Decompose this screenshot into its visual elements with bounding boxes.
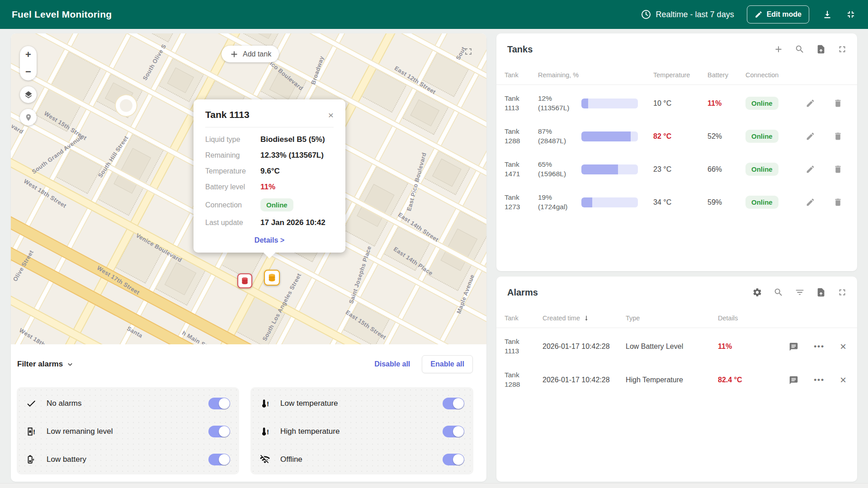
enable-all-button[interactable]: Enable all bbox=[422, 355, 473, 373]
gear-icon[interactable] bbox=[752, 287, 762, 297]
low-battery-toggle[interactable] bbox=[208, 454, 230, 465]
delete-row-icon[interactable] bbox=[833, 99, 843, 108]
alarm-details: 82.4 °C bbox=[718, 376, 768, 384]
tank-temperature: 23 °C bbox=[653, 165, 708, 174]
filter-icon[interactable] bbox=[795, 287, 805, 297]
edit-row-icon[interactable] bbox=[806, 131, 815, 141]
col-created-time[interactable]: Created time bbox=[542, 314, 626, 322]
delete-row-icon[interactable] bbox=[833, 197, 843, 207]
popup-title: Tank 1113 bbox=[205, 109, 328, 120]
alarm-type: Low Battery Level bbox=[626, 343, 718, 351]
comment-icon[interactable] bbox=[789, 375, 798, 385]
low-battery-icon bbox=[26, 455, 39, 465]
check-icon bbox=[26, 398, 39, 409]
tank-battery: 59% bbox=[708, 198, 745, 206]
filter-alarms-expander[interactable]: Filter alarms bbox=[17, 360, 75, 369]
tank-battery: 66% bbox=[708, 165, 745, 174]
low-level-icon: ! bbox=[26, 427, 39, 436]
more-actions-icon[interactable]: ••• bbox=[814, 342, 825, 351]
connection-status-badge: Online bbox=[745, 196, 778, 209]
alarm-tank: Tank 1113 bbox=[505, 337, 529, 356]
edit-row-icon[interactable] bbox=[806, 164, 815, 174]
zoom-out-button[interactable]: − bbox=[20, 63, 37, 80]
filter-row-low-battery: Low battery bbox=[26, 446, 230, 474]
popup-close-icon[interactable]: × bbox=[328, 110, 334, 120]
popup-field-value: 9.6°C bbox=[260, 167, 334, 176]
col-temperature: Temperature bbox=[653, 71, 708, 79]
high-temperature-toggle[interactable] bbox=[443, 426, 464, 437]
tank-row[interactable]: Tank 1113 12%(113567L) 10 °C 11% Online bbox=[496, 89, 857, 118]
delete-row-icon[interactable] bbox=[833, 164, 843, 174]
offline-toggle[interactable] bbox=[443, 454, 464, 465]
tank-name: Tank 1471 bbox=[505, 160, 529, 179]
disable-all-button[interactable]: Disable all bbox=[374, 360, 410, 368]
fullscreen-icon[interactable] bbox=[837, 287, 847, 297]
filter-label: No alarms bbox=[47, 399, 201, 408]
edit-row-icon[interactable] bbox=[806, 99, 815, 108]
low-temperature-toggle[interactable] bbox=[443, 398, 464, 409]
filter-alarms-label: Filter alarms bbox=[17, 360, 63, 369]
exit-fullscreen-icon[interactable] bbox=[845, 9, 856, 20]
tank-row[interactable]: Tank 1471 65%(15968L) 23 °C 66% Online bbox=[496, 155, 857, 184]
connection-status-badge: Online bbox=[260, 198, 293, 211]
timewindow-button[interactable]: Realtime - last 7 days bbox=[641, 9, 734, 20]
popup-field-label: Remaining bbox=[205, 151, 260, 160]
tank-row[interactable]: Tank 1288 87%(28487L) 82 °C 52% Online bbox=[496, 122, 857, 151]
map-fullscreen-icon[interactable] bbox=[463, 46, 474, 57]
wifi-off-icon bbox=[259, 454, 273, 465]
add-icon[interactable] bbox=[774, 44, 783, 54]
edit-row-icon[interactable] bbox=[806, 197, 815, 207]
map-canvas[interactable]: South Olive S West Pico Boulevard Broadw… bbox=[11, 33, 486, 344]
tank-remaining: 65%(15968L) bbox=[538, 160, 580, 179]
fullscreen-icon[interactable] bbox=[837, 44, 847, 54]
popup-field-label: Temperature bbox=[205, 167, 260, 175]
popup-battery-value: 11% bbox=[260, 183, 334, 192]
connection-status-badge: Online bbox=[745, 130, 778, 143]
filter-label: Low temperature bbox=[280, 399, 435, 408]
chevron-down-icon bbox=[66, 360, 75, 369]
tank-temperature: 34 °C bbox=[653, 198, 708, 206]
add-tank-button[interactable]: Add tank bbox=[222, 46, 279, 62]
filter-label: Low battery bbox=[47, 455, 201, 464]
horizontal-scrollbar[interactable] bbox=[0, 483, 868, 488]
low-level-toggle[interactable] bbox=[208, 426, 230, 437]
filter-row-high-temperature: ! High temperature bbox=[259, 418, 464, 446]
edit-mode-button[interactable]: Edit mode bbox=[747, 5, 809, 23]
search-icon[interactable] bbox=[774, 287, 783, 297]
export-file-icon[interactable] bbox=[816, 44, 826, 54]
zoom-in-button[interactable]: + bbox=[20, 46, 37, 63]
search-icon[interactable] bbox=[795, 44, 805, 54]
more-actions-icon[interactable]: ••• bbox=[814, 375, 825, 385]
tank-row[interactable]: Tank 1273 19%(1724gal) 34 °C 59% Online bbox=[496, 188, 857, 217]
app-header: Fuel Level Monitoring Realtime - last 7 … bbox=[0, 0, 868, 29]
popup-details-link[interactable]: Details > bbox=[205, 236, 334, 244]
no-alarms-toggle[interactable] bbox=[208, 398, 230, 409]
comment-icon[interactable] bbox=[789, 342, 798, 352]
connection-status-badge: Online bbox=[745, 163, 778, 176]
tanks-panel-title: Tanks bbox=[507, 44, 774, 55]
dismiss-alarm-icon[interactable]: × bbox=[840, 375, 846, 385]
tank-marker-orange[interactable] bbox=[264, 270, 280, 286]
export-file-icon[interactable] bbox=[816, 287, 826, 297]
tanks-panel: Tanks Tank Remaining, % Temperature Batt… bbox=[496, 33, 857, 271]
tank-popup: Tank 1113 × Liquid type Biodiesel B5 (5%… bbox=[193, 99, 345, 253]
download-icon[interactable] bbox=[822, 9, 833, 20]
tank-battery: 11% bbox=[708, 99, 745, 108]
pencil-icon bbox=[755, 10, 763, 19]
map-layers-button[interactable] bbox=[20, 86, 37, 103]
popup-field-label: Battery level bbox=[205, 183, 260, 191]
level-bar bbox=[581, 131, 638, 141]
delete-row-icon[interactable] bbox=[833, 131, 843, 141]
alarm-row[interactable]: Tank 1113 2026-01-17 10:42:28 Low Batter… bbox=[496, 332, 857, 361]
tank-name: Tank 1273 bbox=[505, 193, 529, 212]
dismiss-alarm-icon[interactable]: × bbox=[840, 341, 846, 352]
alarm-row[interactable]: Tank 1288 2026-01-17 10:42:28 High Tempe… bbox=[496, 365, 857, 395]
clock-icon bbox=[641, 9, 651, 20]
filter-label: Low remaning level bbox=[47, 427, 201, 436]
tank-remaining: 87%(28487L) bbox=[538, 127, 580, 146]
map-locate-button[interactable] bbox=[20, 109, 37, 126]
filter-row-low-temperature: ! Low temperature bbox=[259, 389, 464, 418]
tank-marker-red[interactable] bbox=[237, 273, 252, 288]
edit-mode-label: Edit mode bbox=[767, 10, 802, 19]
alarm-details: 11% bbox=[718, 343, 768, 351]
